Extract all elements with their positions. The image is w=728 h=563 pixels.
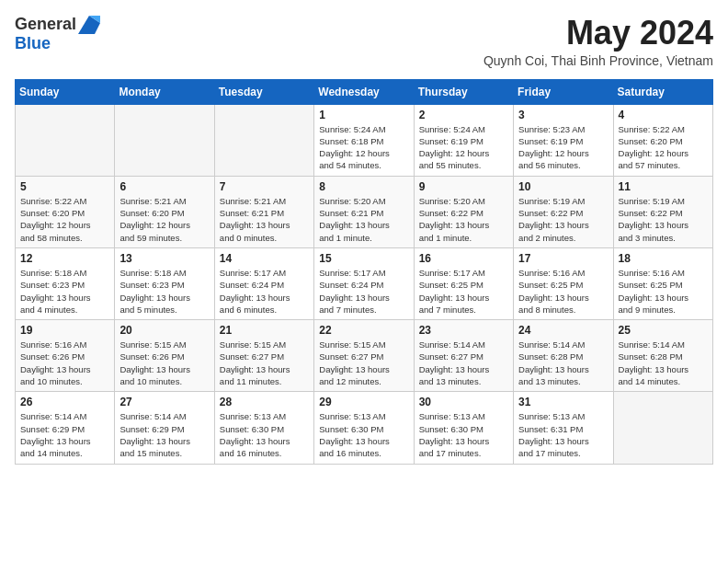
day-number: 13 xyxy=(119,252,209,265)
day-info: Sunrise: 5:13 AMSunset: 6:30 PMDaylight:… xyxy=(319,410,408,459)
calendar-cell: 4Sunrise: 5:22 AMSunset: 6:20 PMDaylight… xyxy=(613,104,712,176)
calendar-cell: 20Sunrise: 5:15 AMSunset: 6:26 PMDayligh… xyxy=(115,320,214,392)
day-info: Sunrise: 5:19 AMSunset: 6:22 PMDaylight:… xyxy=(518,195,608,244)
day-info: Sunrise: 5:14 AMSunset: 6:29 PMDaylight:… xyxy=(119,410,209,459)
logo-icon xyxy=(78,16,100,34)
day-number: 9 xyxy=(419,180,508,193)
calendar-cell xyxy=(214,104,313,176)
week-row-2: 5Sunrise: 5:22 AMSunset: 6:20 PMDaylight… xyxy=(16,176,713,247)
calendar-cell: 17Sunrise: 5:16 AMSunset: 6:25 PMDayligh… xyxy=(514,247,613,319)
day-info: Sunrise: 5:17 AMSunset: 6:24 PMDaylight:… xyxy=(319,267,408,316)
week-row-1: 1Sunrise: 5:24 AMSunset: 6:18 PMDaylight… xyxy=(16,104,713,176)
day-number: 2 xyxy=(419,109,508,121)
day-info: Sunrise: 5:14 AMSunset: 6:28 PMDaylight:… xyxy=(619,339,708,387)
day-number: 12 xyxy=(20,252,109,265)
calendar-cell: 16Sunrise: 5:17 AMSunset: 6:25 PMDayligh… xyxy=(414,247,513,319)
day-number: 17 xyxy=(518,252,608,265)
day-number: 23 xyxy=(419,324,508,337)
calendar-cell xyxy=(613,392,712,464)
calendar-cell: 11Sunrise: 5:19 AMSunset: 6:22 PMDayligh… xyxy=(613,176,712,247)
day-number: 24 xyxy=(518,324,608,337)
day-info: Sunrise: 5:24 AMSunset: 6:18 PMDaylight:… xyxy=(319,123,408,172)
day-info: Sunrise: 5:15 AMSunset: 6:27 PMDaylight:… xyxy=(220,339,309,387)
day-number: 14 xyxy=(220,252,309,265)
calendar-cell: 15Sunrise: 5:17 AMSunset: 6:24 PMDayligh… xyxy=(314,247,414,319)
weekday-header-sunday: Sunday xyxy=(16,79,115,104)
calendar-cell: 22Sunrise: 5:15 AMSunset: 6:27 PMDayligh… xyxy=(314,320,414,392)
day-info: Sunrise: 5:24 AMSunset: 6:19 PMDaylight:… xyxy=(419,123,508,172)
calendar-cell xyxy=(16,104,115,176)
day-number: 3 xyxy=(518,109,608,121)
calendar-cell: 24Sunrise: 5:14 AMSunset: 6:28 PMDayligh… xyxy=(514,320,613,392)
day-info: Sunrise: 5:22 AMSunset: 6:20 PMDaylight:… xyxy=(20,195,109,244)
calendar-cell: 14Sunrise: 5:17 AMSunset: 6:24 PMDayligh… xyxy=(214,247,313,319)
day-info: Sunrise: 5:21 AMSunset: 6:21 PMDaylight:… xyxy=(220,195,309,244)
day-number: 19 xyxy=(20,324,109,337)
day-number: 11 xyxy=(619,180,708,193)
calendar-cell: 5Sunrise: 5:22 AMSunset: 6:20 PMDaylight… xyxy=(16,176,115,247)
calendar-cell: 26Sunrise: 5:14 AMSunset: 6:29 PMDayligh… xyxy=(16,392,115,464)
weekday-header-friday: Friday xyxy=(514,79,613,104)
day-info: Sunrise: 5:18 AMSunset: 6:23 PMDaylight:… xyxy=(20,267,109,316)
calendar-cell: 9Sunrise: 5:20 AMSunset: 6:22 PMDaylight… xyxy=(414,176,513,247)
day-number: 5 xyxy=(20,180,109,193)
day-number: 7 xyxy=(220,180,309,193)
calendar-cell: 29Sunrise: 5:13 AMSunset: 6:30 PMDayligh… xyxy=(314,392,414,464)
day-number: 10 xyxy=(518,180,608,193)
day-number: 1 xyxy=(319,109,408,121)
weekday-header-wednesday: Wednesday xyxy=(314,79,414,104)
day-number: 16 xyxy=(419,252,508,265)
day-number: 21 xyxy=(220,324,309,337)
day-info: Sunrise: 5:15 AMSunset: 6:26 PMDaylight:… xyxy=(119,339,209,387)
day-number: 4 xyxy=(619,109,708,121)
day-number: 8 xyxy=(319,180,408,193)
calendar-cell: 27Sunrise: 5:14 AMSunset: 6:29 PMDayligh… xyxy=(115,392,214,464)
calendar-cell: 21Sunrise: 5:15 AMSunset: 6:27 PMDayligh… xyxy=(214,320,313,392)
weekday-header-tuesday: Tuesday xyxy=(214,79,313,104)
calendar-cell: 10Sunrise: 5:19 AMSunset: 6:22 PMDayligh… xyxy=(514,176,613,247)
day-number: 20 xyxy=(119,324,209,337)
weekday-header-saturday: Saturday xyxy=(613,79,712,104)
day-info: Sunrise: 5:14 AMSunset: 6:28 PMDaylight:… xyxy=(518,339,608,387)
calendar-title: May 2024 xyxy=(483,15,713,52)
calendar-cell: 30Sunrise: 5:13 AMSunset: 6:30 PMDayligh… xyxy=(414,392,513,464)
calendar-cell: 7Sunrise: 5:21 AMSunset: 6:21 PMDaylight… xyxy=(214,176,313,247)
day-info: Sunrise: 5:15 AMSunset: 6:27 PMDaylight:… xyxy=(319,339,408,387)
calendar-cell: 28Sunrise: 5:13 AMSunset: 6:30 PMDayligh… xyxy=(214,392,313,464)
calendar-cell: 13Sunrise: 5:18 AMSunset: 6:23 PMDayligh… xyxy=(115,247,214,319)
day-info: Sunrise: 5:16 AMSunset: 6:25 PMDaylight:… xyxy=(619,267,708,316)
day-info: Sunrise: 5:20 AMSunset: 6:21 PMDaylight:… xyxy=(319,195,408,244)
week-row-4: 19Sunrise: 5:16 AMSunset: 6:26 PMDayligh… xyxy=(16,320,713,392)
calendar-subtitle: Quynh Coi, Thai Binh Province, Vietnam xyxy=(483,53,713,68)
calendar-cell xyxy=(115,104,214,176)
calendar-cell: 18Sunrise: 5:16 AMSunset: 6:25 PMDayligh… xyxy=(613,247,712,319)
page-header: General Blue May 2024 Quynh Coi, Thai Bi… xyxy=(15,15,713,68)
day-number: 25 xyxy=(619,324,708,337)
day-info: Sunrise: 5:19 AMSunset: 6:22 PMDaylight:… xyxy=(619,195,708,244)
day-info: Sunrise: 5:14 AMSunset: 6:29 PMDaylight:… xyxy=(20,410,109,459)
day-info: Sunrise: 5:16 AMSunset: 6:25 PMDaylight:… xyxy=(518,267,608,316)
day-info: Sunrise: 5:13 AMSunset: 6:30 PMDaylight:… xyxy=(419,410,508,459)
day-info: Sunrise: 5:18 AMSunset: 6:23 PMDaylight:… xyxy=(119,267,209,316)
calendar-cell: 2Sunrise: 5:24 AMSunset: 6:19 PMDaylight… xyxy=(414,104,513,176)
day-info: Sunrise: 5:13 AMSunset: 6:31 PMDaylight:… xyxy=(518,410,608,459)
calendar-cell: 6Sunrise: 5:21 AMSunset: 6:20 PMDaylight… xyxy=(115,176,214,247)
day-info: Sunrise: 5:14 AMSunset: 6:27 PMDaylight:… xyxy=(419,339,508,387)
day-number: 22 xyxy=(319,324,408,337)
week-row-5: 26Sunrise: 5:14 AMSunset: 6:29 PMDayligh… xyxy=(16,392,713,464)
day-info: Sunrise: 5:23 AMSunset: 6:19 PMDaylight:… xyxy=(518,123,608,172)
weekday-header-thursday: Thursday xyxy=(414,79,513,104)
day-info: Sunrise: 5:21 AMSunset: 6:20 PMDaylight:… xyxy=(119,195,209,244)
day-number: 18 xyxy=(619,252,708,265)
calendar-cell: 23Sunrise: 5:14 AMSunset: 6:27 PMDayligh… xyxy=(414,320,513,392)
logo-general-text: General xyxy=(15,15,76,34)
day-number: 30 xyxy=(419,396,508,408)
day-number: 31 xyxy=(518,396,608,408)
weekday-header-monday: Monday xyxy=(115,79,214,104)
day-info: Sunrise: 5:22 AMSunset: 6:20 PMDaylight:… xyxy=(619,123,708,172)
calendar-cell: 25Sunrise: 5:14 AMSunset: 6:28 PMDayligh… xyxy=(613,320,712,392)
day-info: Sunrise: 5:17 AMSunset: 6:24 PMDaylight:… xyxy=(220,267,309,316)
logo: General Blue xyxy=(15,15,100,53)
day-info: Sunrise: 5:16 AMSunset: 6:26 PMDaylight:… xyxy=(20,339,109,387)
day-number: 6 xyxy=(119,180,209,193)
